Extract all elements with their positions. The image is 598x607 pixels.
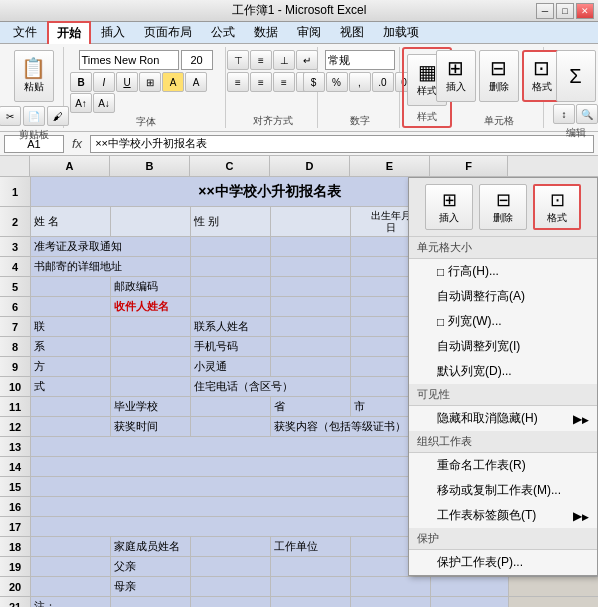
cell-b5[interactable]: 邮政编码	[111, 277, 191, 296]
cell-d3[interactable]	[271, 237, 351, 256]
underline-button[interactable]: U	[116, 72, 138, 92]
cm-format-button[interactable]: ⊡ 格式	[533, 184, 581, 230]
find-button[interactable]: 🔍	[576, 104, 598, 124]
cell-c10[interactable]: 住宅电话（含区号）	[191, 377, 351, 396]
currency-button[interactable]: $	[303, 72, 325, 92]
col-header-c[interactable]: C	[190, 156, 270, 176]
tab-review[interactable]: 审阅	[288, 21, 330, 43]
row-header-9[interactable]: 9	[0, 357, 30, 377]
row-header-20[interactable]: 20	[0, 577, 30, 597]
cell-b21[interactable]	[111, 597, 191, 607]
cell-d9[interactable]	[271, 357, 351, 376]
font-size-box[interactable]: 20	[181, 50, 213, 70]
row-header-21[interactable]: 21	[0, 597, 30, 607]
cm-rename-sheet[interactable]: 重命名工作表(R)	[409, 453, 597, 478]
tab-file[interactable]: 文件	[4, 21, 46, 43]
cell-a18[interactable]	[31, 537, 111, 556]
row-header-19[interactable]: 19	[0, 557, 30, 577]
col-header-a[interactable]: A	[30, 156, 110, 176]
cell-d11[interactable]: 省	[271, 397, 351, 416]
row-header-15[interactable]: 15	[0, 477, 30, 497]
cell-e21[interactable]	[351, 597, 431, 607]
cell-a6[interactable]	[31, 297, 111, 316]
tab-formula[interactable]: 公式	[202, 21, 244, 43]
row-header-5[interactable]: 5	[0, 277, 30, 297]
cell-b7[interactable]	[111, 317, 191, 336]
cell-f21[interactable]	[431, 597, 509, 607]
align-middle-button[interactable]: ≡	[250, 50, 272, 70]
cell-d19[interactable]	[271, 557, 351, 576]
cell-b6[interactable]: 收件人姓名	[111, 297, 191, 316]
cell-d5[interactable]	[271, 277, 351, 296]
comma-button[interactable]: ,	[349, 72, 371, 92]
font-color-button[interactable]: A	[185, 72, 207, 92]
tab-insert[interactable]: 插入	[92, 21, 134, 43]
row-header-12[interactable]: 12	[0, 417, 30, 437]
cell-b9[interactable]	[111, 357, 191, 376]
cell-f20[interactable]	[431, 577, 509, 596]
row-header-10[interactable]: 10	[0, 377, 30, 397]
percent-button[interactable]: %	[326, 72, 348, 92]
row-header-13[interactable]: 13	[0, 437, 30, 457]
row-header-18[interactable]: 18	[0, 537, 30, 557]
cell-a19[interactable]	[31, 557, 111, 576]
cell-a12[interactable]	[31, 417, 111, 436]
sum-button[interactable]: Σ	[556, 50, 596, 102]
cell-a8[interactable]: 系	[31, 337, 111, 356]
bold-button[interactable]: B	[70, 72, 92, 92]
tab-view[interactable]: 视图	[331, 21, 373, 43]
cell-c8[interactable]: 手机号码	[191, 337, 271, 356]
cell-a21[interactable]: 注：	[31, 597, 111, 607]
cell-d8[interactable]	[271, 337, 351, 356]
cm-default-col-width[interactable]: 默认列宽(D)...	[409, 359, 597, 384]
cell-c11[interactable]	[191, 397, 271, 416]
align-bottom-button[interactable]: ⊥	[273, 50, 295, 70]
cell-b19[interactable]: 父亲	[111, 557, 191, 576]
cm-tab-color[interactable]: 工作表标签颜色(T) ▶	[409, 503, 597, 528]
col-header-d[interactable]: D	[270, 156, 350, 176]
cm-protect-sheet[interactable]: 保护工作表(P)...	[409, 550, 597, 575]
minimize-button[interactable]: ─	[536, 3, 554, 19]
insert-button[interactable]: ⊞ 插入	[436, 50, 476, 102]
copy-button[interactable]: 📄	[23, 106, 45, 126]
col-header-b[interactable]: B	[110, 156, 190, 176]
row-header-17[interactable]: 17	[0, 517, 30, 537]
row-header-6[interactable]: 6	[0, 297, 30, 317]
cell-c5[interactable]	[191, 277, 271, 296]
tab-data[interactable]: 数据	[245, 21, 287, 43]
cell-a10[interactable]: 式	[31, 377, 111, 396]
align-top-button[interactable]: ⊤	[227, 50, 249, 70]
cell-c18[interactable]	[191, 537, 271, 556]
cm-auto-col-width[interactable]: 自动调整列宽(I)	[409, 334, 597, 359]
cell-d2[interactable]	[271, 207, 351, 236]
row-header-2[interactable]: 2	[0, 207, 30, 237]
cell-b20[interactable]: 母亲	[111, 577, 191, 596]
cut-button[interactable]: ✂	[0, 106, 21, 126]
cell-a11[interactable]	[31, 397, 111, 416]
cell-c21[interactable]	[191, 597, 271, 607]
row-header-16[interactable]: 16	[0, 497, 30, 517]
align-left-button[interactable]: ≡	[227, 72, 249, 92]
close-button[interactable]: ✕	[576, 3, 594, 19]
row-header-1[interactable]: 1	[0, 177, 30, 207]
cell-d21[interactable]	[271, 597, 351, 607]
cell-b2[interactable]	[111, 207, 191, 236]
cm-delete-button[interactable]: ⊟ 删除	[479, 184, 527, 230]
align-center-button[interactable]: ≡	[250, 72, 272, 92]
cell-a4[interactable]: 书邮寄的详细地址	[31, 257, 191, 276]
cell-c2[interactable]: 性 别	[191, 207, 271, 236]
cell-d20[interactable]	[271, 577, 351, 596]
cell-e20[interactable]	[351, 577, 431, 596]
cell-b8[interactable]	[111, 337, 191, 356]
window-controls[interactable]: ─ □ ✕	[536, 3, 594, 19]
cm-move-copy-sheet[interactable]: 移动或复制工作表(M)...	[409, 478, 597, 503]
cell-b11[interactable]: 毕业学校	[111, 397, 191, 416]
italic-button[interactable]: I	[93, 72, 115, 92]
font-name-box[interactable]: Times New Ron	[79, 50, 179, 70]
cell-c19[interactable]	[191, 557, 271, 576]
maximize-button[interactable]: □	[556, 3, 574, 19]
cm-auto-row-height[interactable]: 自动调整行高(A)	[409, 284, 597, 309]
row-header-8[interactable]: 8	[0, 337, 30, 357]
col-header-f[interactable]: F	[430, 156, 508, 176]
cell-d7[interactable]	[271, 317, 351, 336]
